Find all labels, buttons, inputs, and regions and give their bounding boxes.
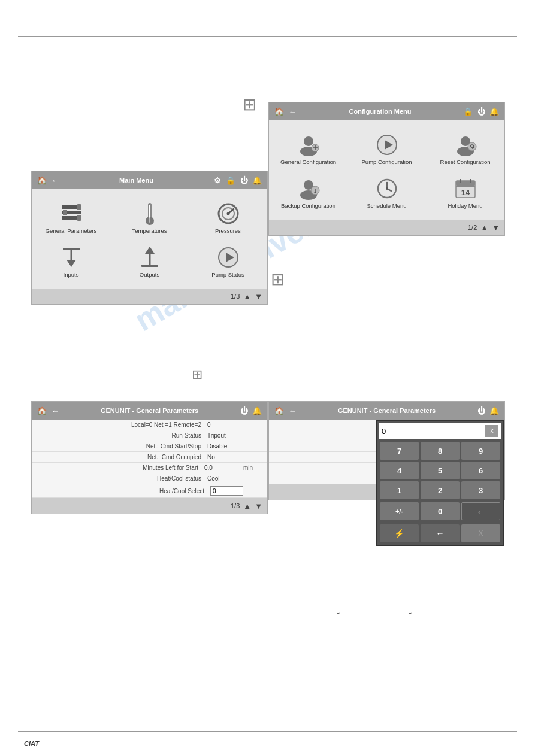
keypad-btn-5[interactable]: 5: [421, 462, 460, 479]
keypad-btn-3[interactable]: 3: [461, 481, 500, 499]
config-power-icon[interactable]: ⏻: [474, 105, 488, 118]
genunit-home-icon[interactable]: 🏠: [35, 404, 49, 417]
config-menu-header: 🏠 ← Configuration Menu 🔒 ⏻ 🔔: [269, 102, 504, 120]
config-lock-icon[interactable]: 🔒: [461, 105, 474, 118]
backup-config-icon: [297, 177, 321, 200]
keypad-btn-plusminus[interactable]: +/-: [380, 502, 419, 520]
menu-item-pressures[interactable]: Pressures: [189, 195, 267, 239]
settings-icon[interactable]: ⚙: [211, 174, 224, 187]
schedule-menu-icon: [375, 177, 399, 200]
lock-icon[interactable]: 🔒: [224, 174, 237, 187]
keypad-btn-2[interactable]: 2: [421, 481, 460, 499]
svg-rect-47: [470, 179, 471, 183]
keypad-btn-9[interactable]: 9: [461, 442, 500, 460]
top-rule: [18, 36, 517, 37]
main-menu-title: Main Menu: [62, 177, 211, 184]
param-value-cmd-start: Disable: [207, 443, 243, 450]
param-label-minutes: Minutes Left for Start: [38, 464, 204, 471]
genunit-back-icon[interactable]: ←: [49, 404, 62, 417]
param-value-local: 0: [207, 421, 243, 428]
bell-icon[interactable]: 🔔: [250, 174, 264, 187]
config-menu-panel: 🏠 ← Configuration Menu 🔒 ⏻ 🔔: [268, 102, 505, 236]
keypad-btn-del[interactable]: X: [461, 524, 500, 542]
genunit-kp-bell-icon[interactable]: 🔔: [488, 404, 501, 417]
svg-rect-19: [141, 265, 158, 267]
menu-item-general-config[interactable]: General Configuration: [269, 126, 347, 170]
home-icon[interactable]: 🏠: [35, 174, 49, 187]
config-bell-icon[interactable]: 🔔: [488, 105, 501, 118]
param-row-run-status: Run Status Tripout: [32, 430, 267, 441]
menu-item-pump-status[interactable]: Pump Status: [189, 239, 267, 283]
svg-point-13: [226, 212, 229, 215]
main-menu-panel: 🏠 ← Main Menu ⚙ 🔒 ⏻ 🔔: [31, 171, 268, 305]
keypad-btn-lightning[interactable]: ⚡: [380, 524, 419, 542]
genunit-pagination: 1/3: [231, 502, 240, 509]
main-menu-pagination: 1/3: [231, 293, 240, 300]
main-menu-header: 🏠 ← Main Menu ⚙ 🔒 ⏻ 🔔: [32, 171, 267, 189]
temperatures-label: Temperatures: [132, 227, 167, 234]
menu-item-pump-config[interactable]: Pump Configuration: [347, 126, 426, 170]
outputs-label: Outputs: [140, 271, 159, 278]
param-value-minutes: 0.0: [204, 464, 240, 471]
config-home-icon[interactable]: 🏠: [273, 105, 286, 118]
menu-item-outputs[interactable]: Outputs: [110, 239, 189, 283]
genunit-power-icon[interactable]: ⏻: [237, 404, 250, 417]
grid-icon-mid[interactable]: ⊞: [271, 269, 285, 289]
genunit-kp-home-icon[interactable]: 🏠: [273, 404, 286, 417]
inputs-label: Inputs: [64, 271, 79, 278]
menu-item-holiday-menu[interactable]: 14 Holiday Menu: [426, 170, 504, 214]
keypad-btn-1[interactable]: 1: [380, 481, 419, 499]
main-menu-up[interactable]: ▲: [243, 292, 251, 301]
genunit-up[interactable]: ▲: [243, 502, 251, 511]
menu-item-temperatures[interactable]: Temperatures: [110, 195, 189, 239]
genunit-bell-icon[interactable]: 🔔: [250, 404, 264, 417]
grid-icon-top[interactable]: ⊞: [243, 95, 256, 114]
heat-cool-select-input[interactable]: [210, 486, 243, 496]
main-menu-grid: General Parameters Temperatures: [32, 189, 267, 289]
inputs-icon: [59, 246, 83, 269]
back-icon[interactable]: ←: [49, 174, 62, 187]
param-label-heat-cool-select: Heat/Cool Select: [38, 488, 210, 494]
config-menu-grid: General Configuration Pump Configuration: [269, 120, 504, 220]
svg-point-22: [304, 136, 313, 146]
keypad-btn-7[interactable]: 7: [380, 442, 419, 460]
config-menu-down[interactable]: ▼: [492, 223, 500, 232]
keypad-btn-backspace[interactable]: ←: [421, 524, 460, 542]
temperatures-icon: [138, 202, 162, 225]
genunit-keypad-panel: 🏠 ← GENUNIT - General Parameters ⏻ 🔔 Loc…: [268, 401, 505, 500]
config-back-icon[interactable]: ←: [286, 105, 299, 118]
config-menu-up[interactable]: ▲: [480, 223, 488, 232]
pressures-icon: [216, 202, 240, 225]
svg-rect-5: [77, 215, 81, 221]
menu-item-inputs[interactable]: Inputs: [32, 239, 110, 283]
main-menu-down[interactable]: ▼: [255, 292, 262, 301]
keypad-close-btn[interactable]: X: [485, 425, 498, 437]
keypad-action-row: ⚡ ← X: [377, 523, 503, 545]
keypad-btn-4[interactable]: 4: [380, 462, 419, 479]
genunit-down[interactable]: ▼: [255, 502, 262, 511]
keypad-btn-8[interactable]: 8: [421, 442, 460, 460]
genunit-kp-body: Local=0 Net =1 Net.: Cmd Net.: Cm Minute…: [269, 420, 504, 484]
pump-status-label: Pump Status: [211, 271, 244, 278]
keypad-btn-enter[interactable]: ←: [461, 502, 500, 520]
svg-rect-44: [456, 186, 475, 187]
backup-config-label: Backup Configuration: [281, 202, 335, 209]
menu-item-schedule-menu[interactable]: Schedule Menu: [347, 170, 426, 214]
genunit-nav: 1/3 ▲ ▼: [32, 498, 267, 514]
param-rows: Local=0 Net =1 Remote=2 0 Run Status Tri…: [32, 420, 267, 498]
reset-config-icon: [454, 133, 477, 156]
menu-item-backup-config[interactable]: Backup Configuration: [269, 170, 347, 214]
param-label-cmd-start: Net.: Cmd Start/Stop: [38, 443, 207, 450]
pump-status-icon: [216, 246, 240, 269]
keypad-btn-6[interactable]: 6: [461, 462, 500, 479]
genunit-kp-back-icon[interactable]: ←: [286, 404, 299, 417]
power-icon[interactable]: ⏻: [237, 174, 250, 187]
genunit-title: GENUNIT - General Parameters: [62, 407, 237, 414]
pump-config-label: Pump Configuration: [362, 159, 412, 165]
genunit-kp-power-icon[interactable]: ⏻: [474, 404, 488, 417]
svg-marker-16: [67, 260, 76, 267]
menu-item-general-parameters[interactable]: General Parameters: [32, 195, 110, 239]
keypad-btn-0[interactable]: 0: [421, 502, 460, 520]
menu-item-reset-config[interactable]: Reset Configuration: [426, 126, 504, 170]
keypad-display-input[interactable]: [382, 427, 485, 436]
